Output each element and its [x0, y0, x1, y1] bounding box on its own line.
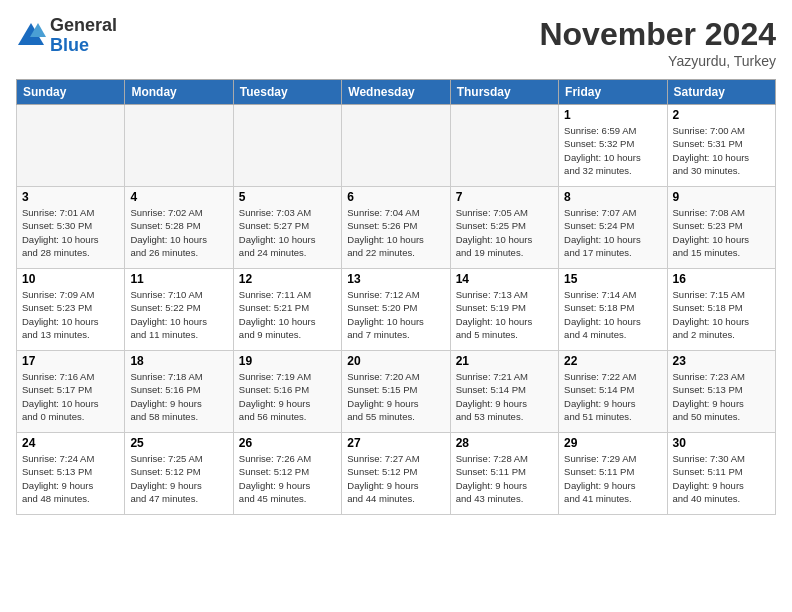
calendar-cell: [342, 105, 450, 187]
calendar-cell: 27Sunrise: 7:27 AMSunset: 5:12 PMDayligh…: [342, 433, 450, 515]
day-number: 19: [239, 354, 336, 368]
day-number: 11: [130, 272, 227, 286]
calendar-cell: 26Sunrise: 7:26 AMSunset: 5:12 PMDayligh…: [233, 433, 341, 515]
day-info: Sunrise: 7:18 AMSunset: 5:16 PMDaylight:…: [130, 370, 227, 423]
calendar-cell: 29Sunrise: 7:29 AMSunset: 5:11 PMDayligh…: [559, 433, 667, 515]
day-info: Sunrise: 7:01 AMSunset: 5:30 PMDaylight:…: [22, 206, 119, 259]
calendar-cell: 19Sunrise: 7:19 AMSunset: 5:16 PMDayligh…: [233, 351, 341, 433]
day-number: 16: [673, 272, 770, 286]
calendar-cell: 1Sunrise: 6:59 AMSunset: 5:32 PMDaylight…: [559, 105, 667, 187]
calendar-cell: 17Sunrise: 7:16 AMSunset: 5:17 PMDayligh…: [17, 351, 125, 433]
day-info: Sunrise: 7:09 AMSunset: 5:23 PMDaylight:…: [22, 288, 119, 341]
day-number: 22: [564, 354, 661, 368]
day-number: 28: [456, 436, 553, 450]
day-number: 25: [130, 436, 227, 450]
day-number: 1: [564, 108, 661, 122]
day-header: Monday: [125, 80, 233, 105]
day-header: Thursday: [450, 80, 558, 105]
calendar-cell: 21Sunrise: 7:21 AMSunset: 5:14 PMDayligh…: [450, 351, 558, 433]
day-info: Sunrise: 7:13 AMSunset: 5:19 PMDaylight:…: [456, 288, 553, 341]
page: General Blue November 2024 Yazyurdu, Tur…: [0, 0, 792, 612]
day-info: Sunrise: 7:24 AMSunset: 5:13 PMDaylight:…: [22, 452, 119, 505]
day-info: Sunrise: 7:07 AMSunset: 5:24 PMDaylight:…: [564, 206, 661, 259]
calendar-cell: [17, 105, 125, 187]
day-info: Sunrise: 7:29 AMSunset: 5:11 PMDaylight:…: [564, 452, 661, 505]
calendar-cell: 25Sunrise: 7:25 AMSunset: 5:12 PMDayligh…: [125, 433, 233, 515]
calendar-header-row: SundayMondayTuesdayWednesdayThursdayFrid…: [17, 80, 776, 105]
day-number: 13: [347, 272, 444, 286]
calendar-cell: [233, 105, 341, 187]
day-number: 7: [456, 190, 553, 204]
calendar-week-row: 17Sunrise: 7:16 AMSunset: 5:17 PMDayligh…: [17, 351, 776, 433]
day-number: 14: [456, 272, 553, 286]
day-header: Saturday: [667, 80, 775, 105]
logo-icon: [16, 21, 46, 51]
day-info: Sunrise: 7:22 AMSunset: 5:14 PMDaylight:…: [564, 370, 661, 423]
day-number: 10: [22, 272, 119, 286]
day-info: Sunrise: 7:12 AMSunset: 5:20 PMDaylight:…: [347, 288, 444, 341]
day-number: 5: [239, 190, 336, 204]
calendar-cell: 14Sunrise: 7:13 AMSunset: 5:19 PMDayligh…: [450, 269, 558, 351]
day-info: Sunrise: 7:03 AMSunset: 5:27 PMDaylight:…: [239, 206, 336, 259]
day-info: Sunrise: 7:02 AMSunset: 5:28 PMDaylight:…: [130, 206, 227, 259]
day-number: 8: [564, 190, 661, 204]
day-number: 30: [673, 436, 770, 450]
day-info: Sunrise: 7:16 AMSunset: 5:17 PMDaylight:…: [22, 370, 119, 423]
calendar-week-row: 1Sunrise: 6:59 AMSunset: 5:32 PMDaylight…: [17, 105, 776, 187]
calendar-cell: 30Sunrise: 7:30 AMSunset: 5:11 PMDayligh…: [667, 433, 775, 515]
day-info: Sunrise: 7:04 AMSunset: 5:26 PMDaylight:…: [347, 206, 444, 259]
calendar: SundayMondayTuesdayWednesdayThursdayFrid…: [16, 79, 776, 515]
day-number: 2: [673, 108, 770, 122]
day-info: Sunrise: 7:08 AMSunset: 5:23 PMDaylight:…: [673, 206, 770, 259]
calendar-cell: 5Sunrise: 7:03 AMSunset: 5:27 PMDaylight…: [233, 187, 341, 269]
calendar-cell: 2Sunrise: 7:00 AMSunset: 5:31 PMDaylight…: [667, 105, 775, 187]
day-header: Wednesday: [342, 80, 450, 105]
day-info: Sunrise: 7:15 AMSunset: 5:18 PMDaylight:…: [673, 288, 770, 341]
calendar-cell: 18Sunrise: 7:18 AMSunset: 5:16 PMDayligh…: [125, 351, 233, 433]
day-header: Sunday: [17, 80, 125, 105]
title-section: November 2024 Yazyurdu, Turkey: [539, 16, 776, 69]
calendar-week-row: 24Sunrise: 7:24 AMSunset: 5:13 PMDayligh…: [17, 433, 776, 515]
calendar-cell: 10Sunrise: 7:09 AMSunset: 5:23 PMDayligh…: [17, 269, 125, 351]
day-number: 9: [673, 190, 770, 204]
calendar-cell: 20Sunrise: 7:20 AMSunset: 5:15 PMDayligh…: [342, 351, 450, 433]
calendar-cell: 6Sunrise: 7:04 AMSunset: 5:26 PMDaylight…: [342, 187, 450, 269]
day-number: 18: [130, 354, 227, 368]
day-info: Sunrise: 7:28 AMSunset: 5:11 PMDaylight:…: [456, 452, 553, 505]
calendar-cell: 8Sunrise: 7:07 AMSunset: 5:24 PMDaylight…: [559, 187, 667, 269]
calendar-cell: 12Sunrise: 7:11 AMSunset: 5:21 PMDayligh…: [233, 269, 341, 351]
day-number: 21: [456, 354, 553, 368]
calendar-cell: 15Sunrise: 7:14 AMSunset: 5:18 PMDayligh…: [559, 269, 667, 351]
day-info: Sunrise: 7:23 AMSunset: 5:13 PMDaylight:…: [673, 370, 770, 423]
calendar-cell: 3Sunrise: 7:01 AMSunset: 5:30 PMDaylight…: [17, 187, 125, 269]
calendar-cell: 24Sunrise: 7:24 AMSunset: 5:13 PMDayligh…: [17, 433, 125, 515]
calendar-week-row: 10Sunrise: 7:09 AMSunset: 5:23 PMDayligh…: [17, 269, 776, 351]
day-info: Sunrise: 7:10 AMSunset: 5:22 PMDaylight:…: [130, 288, 227, 341]
logo-blue: Blue: [50, 36, 117, 56]
calendar-cell: 22Sunrise: 7:22 AMSunset: 5:14 PMDayligh…: [559, 351, 667, 433]
day-number: 12: [239, 272, 336, 286]
day-number: 20: [347, 354, 444, 368]
day-info: Sunrise: 7:00 AMSunset: 5:31 PMDaylight:…: [673, 124, 770, 177]
day-info: Sunrise: 7:20 AMSunset: 5:15 PMDaylight:…: [347, 370, 444, 423]
day-info: Sunrise: 7:27 AMSunset: 5:12 PMDaylight:…: [347, 452, 444, 505]
month-title: November 2024: [539, 16, 776, 53]
day-number: 6: [347, 190, 444, 204]
calendar-week-row: 3Sunrise: 7:01 AMSunset: 5:30 PMDaylight…: [17, 187, 776, 269]
day-number: 27: [347, 436, 444, 450]
calendar-cell: 7Sunrise: 7:05 AMSunset: 5:25 PMDaylight…: [450, 187, 558, 269]
day-info: Sunrise: 7:14 AMSunset: 5:18 PMDaylight:…: [564, 288, 661, 341]
day-number: 15: [564, 272, 661, 286]
day-info: Sunrise: 7:11 AMSunset: 5:21 PMDaylight:…: [239, 288, 336, 341]
day-info: Sunrise: 7:26 AMSunset: 5:12 PMDaylight:…: [239, 452, 336, 505]
day-number: 4: [130, 190, 227, 204]
calendar-cell: 4Sunrise: 7:02 AMSunset: 5:28 PMDaylight…: [125, 187, 233, 269]
calendar-cell: 28Sunrise: 7:28 AMSunset: 5:11 PMDayligh…: [450, 433, 558, 515]
day-number: 26: [239, 436, 336, 450]
logo-general: General: [50, 16, 117, 36]
day-info: Sunrise: 7:05 AMSunset: 5:25 PMDaylight:…: [456, 206, 553, 259]
day-info: Sunrise: 7:21 AMSunset: 5:14 PMDaylight:…: [456, 370, 553, 423]
logo-text: General Blue: [50, 16, 117, 56]
day-info: Sunrise: 7:30 AMSunset: 5:11 PMDaylight:…: [673, 452, 770, 505]
day-number: 29: [564, 436, 661, 450]
